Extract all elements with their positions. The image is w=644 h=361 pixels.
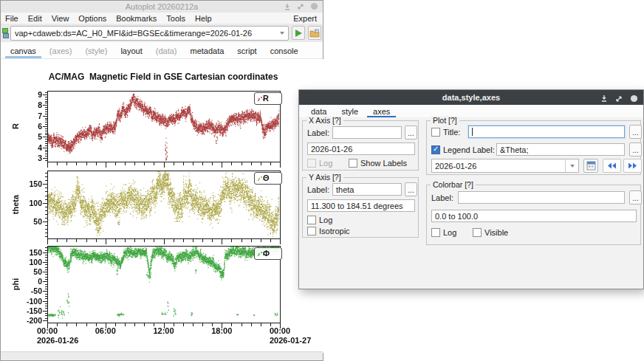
tab-metadata[interactable]: metadata [183,44,230,58]
legend-label: Θ [263,174,270,182]
colorbar-label-field[interactable] [458,191,625,204]
uri-combobox[interactable]: vap+cdaweb:ds=AC_H0_MFI&id=BGSEc&timeran… [10,26,289,41]
legend-label: R [263,94,269,103]
legend-box[interactable]: R [254,92,282,105]
tab-axes[interactable]: axes [366,106,397,117]
menu-view[interactable]: View [52,14,69,23]
plot-group-label: Plot [?] [431,116,459,125]
legend-box[interactable]: Θ [254,172,282,185]
chevron-down-icon[interactable] [278,29,287,38]
rewind-icon [607,162,617,169]
tab-canvas[interactable]: canvas [4,44,43,58]
plot-title-label: Title: [443,128,460,137]
dialog-body: X Axis [?] Label: ... 2026-01-26 Log Sho… [299,117,643,289]
next-interval-button[interactable] [623,159,642,173]
tab-style[interactable]: (style) [78,44,114,58]
menu-bookmarks[interactable]: Bookmarks [116,14,157,23]
y-tick-label: 5 [14,132,42,141]
folder-image-icon [309,29,320,38]
legend-box[interactable]: Φ [254,247,282,260]
y-tick-label: 4 [14,143,42,152]
x-axis-range-field[interactable]: 2026-01-26 [307,142,415,155]
x-tick-label: 00:00 [264,326,296,335]
y-tick-label: 150 [14,248,42,257]
y-tick-label: 9 [14,90,42,99]
main-window-title: Autoplot 20260212a [126,2,198,11]
x-axis-group-label: X Axis [?] [306,116,343,125]
x-axis-date-left: 2026-01-26 [37,336,78,345]
plot-title-checkbox[interactable] [431,128,440,137]
y-axis-label-field[interactable]: theta [332,183,402,196]
tab-axes[interactable]: (axes) [43,44,79,58]
y-axis-isotropic-checkbox[interactable] [307,227,316,235]
x-axis-show-labels-checkbox[interactable] [349,159,357,168]
chevron-down-icon[interactable] [565,159,578,172]
menu-file[interactable]: File [5,14,18,23]
plot-group: Plot [?] Title: ... Legend Label: &Theta… [426,120,641,175]
plot-legend-label: Legend Label: [443,145,495,154]
y-axis-group-label: Y Axis [?] [306,173,343,182]
close-icon[interactable] [310,2,318,10]
desktop: Autoplot 20260212a File Edit View Option… [0,0,644,361]
play-icon [295,30,302,37]
close-icon[interactable] [630,92,638,106]
y-axis-group: Y Axis [?] Label: theta ... 11.300 to 18… [302,177,419,238]
main-tabs: canvas (axes) (style) layout (data) meta… [1,42,323,59]
maximize-icon[interactable] [615,92,623,106]
colorbar-visible-checkbox[interactable] [473,228,482,237]
previous-interval-button[interactable] [603,159,621,173]
menu-help[interactable]: Help [195,14,212,23]
plot-canvas-area: AC/MAG Magnetic Field in GSE Cartesian c… [1,59,323,353]
y-tick-label: -100 [14,297,42,306]
inspect-uri-button[interactable] [308,26,321,40]
calendar-icon [586,161,596,171]
y-tick-label: -200 [14,316,42,325]
datasource-icon [2,28,9,38]
tab-layout[interactable]: layout [114,44,148,58]
y-tick-label: 50 [14,217,42,226]
plot-legend-checkbox[interactable] [431,145,440,154]
plot-legend-more-button[interactable]: ... [629,142,642,157]
plot-timerange-combobox[interactable]: 2026-01-26 [431,159,579,173]
pin-icon[interactable] [600,92,608,106]
plot-legend-field[interactable]: &Theta; [496,143,625,156]
x-axis-label-field[interactable] [332,126,402,139]
calendar-button[interactable] [583,159,598,173]
x-axis-show-labels-label: Show Labels [360,159,407,168]
dialog-data-style-axes: data,style,axes data style axes X Axis [… [298,89,644,289]
x-axis-date-right: 2026-01-27 [270,336,311,345]
y-axis-label-more-button[interactable]: ... [405,182,417,196]
expert-menu[interactable]: Expert [293,14,317,23]
menu-edit[interactable]: Edit [28,14,42,23]
colorbar-label-more-button[interactable]: ... [629,190,642,204]
tab-data[interactable]: (data) [149,44,184,58]
x-axis-log-checkbox[interactable] [307,159,316,168]
go-button[interactable] [292,26,305,40]
menu-options[interactable]: Options [78,14,106,23]
y-axis-range-field[interactable]: 11.300 to 184.51 degrees [307,199,415,212]
colorbar-log-checkbox[interactable] [431,228,440,237]
maximize-icon[interactable] [297,3,304,10]
menu-bar: File Edit View Options Bookmarks Tools H… [1,13,323,24]
colorbar-range-field[interactable]: 0.0 to 100.0 [431,210,637,222]
colorbar-visible-label: Visible [484,228,508,237]
main-window-titlebar[interactable]: Autoplot 20260212a [1,1,323,13]
legend-marker-icon [258,98,260,100]
x-axis-group: X Axis [?] Label: ... 2026-01-26 Log Sho… [302,120,419,171]
plot-title-more-button[interactable]: ... [629,125,642,139]
y-axis-log-checkbox[interactable] [307,216,316,224]
menu-tools[interactable]: Tools [166,14,185,23]
uri-text[interactable]: vap+cdaweb:ds=AC_H0_MFI&id=BGSEc&timeran… [15,29,278,38]
dialog-titlebar[interactable]: data,style,axes [299,90,643,105]
y-axis-isotropic-label: Isotropic [319,227,350,235]
pin-icon[interactable] [284,3,291,10]
y-tick-label: -150 [14,306,42,315]
y-axis-label-caption: Label: [307,185,329,194]
plot-title-field[interactable] [468,126,625,138]
tab-script[interactable]: script [230,44,263,58]
tab-console[interactable]: console [264,44,305,58]
y-axis-title: R [11,123,20,129]
legend-marker-icon [258,178,260,179]
x-axis-label-more-button[interactable]: ... [405,126,417,140]
y-tick-label: 100 [14,258,42,267]
